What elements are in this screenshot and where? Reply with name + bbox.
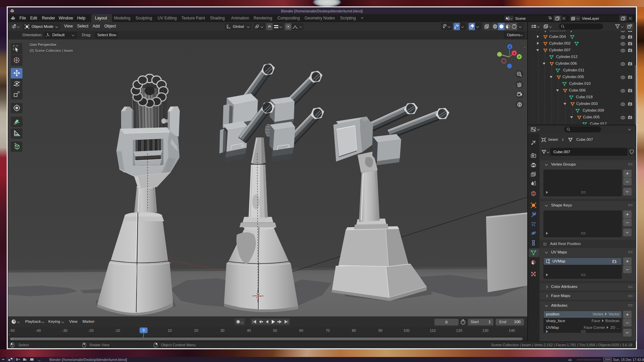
svg-text:‹: ‹: [524, 45, 525, 49]
svg-text:X: X: [513, 52, 515, 55]
svg-text:Z: Z: [509, 45, 511, 49]
svg-text:Y: Y: [518, 55, 520, 59]
